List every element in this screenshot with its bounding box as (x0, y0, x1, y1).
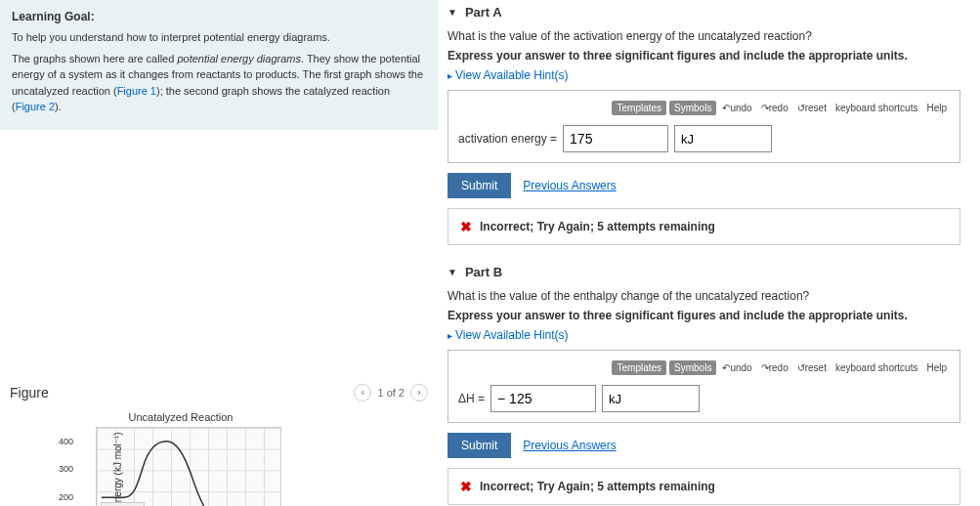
undo-button[interactable]: ↶undo (719, 360, 754, 375)
templates-button[interactable]: Templates (612, 101, 666, 115)
part-a-value-input[interactable] (563, 125, 668, 152)
learning-goal-line2: The graphs shown here are called potenti… (12, 51, 426, 115)
keyboard-shortcuts-button[interactable]: keyboard shortcuts (832, 101, 921, 115)
part-a-previous-answers-link[interactable]: Previous Answers (523, 179, 616, 192)
part-b-submit-button[interactable]: Submit (447, 433, 511, 458)
part-a-unit-input[interactable] (674, 125, 772, 152)
chart-plot: Potential energy (kJ mol⁻¹) 400 300 200 … (96, 427, 281, 507)
part-a-answer-box: Templates Symbols ↶undo ↷redo ↺reset key… (447, 90, 960, 163)
learning-goal-panel: Learning Goal: To help you understand ho… (0, 0, 438, 130)
figure-prev-button[interactable]: ‹ (354, 384, 371, 401)
part-a-toolbar: Templates Symbols ↶undo ↷redo ↺reset key… (458, 101, 950, 115)
figure-1-link[interactable]: Figure 1 (117, 85, 156, 97)
part-a-question: What is the value of the activation ener… (447, 29, 960, 43)
incorrect-icon: ✖ (460, 219, 472, 234)
figure-section: Figure ‹ 1 of 2 › Uncatalyzed Reaction P… (0, 384, 438, 507)
part-b-title: Part B (465, 265, 502, 279)
learning-goal-title: Learning Goal: (12, 10, 426, 23)
reset-button[interactable]: ↺reset (794, 360, 830, 375)
chart-title: Uncatalyzed Reaction (68, 411, 293, 423)
part-a-section: ▼ Part A What is the value of the activa… (447, 5, 960, 245)
reactants-label: reactants (101, 502, 145, 507)
part-a-submit-button[interactable]: Submit (447, 173, 511, 198)
part-a-feedback-text: Incorrect; Try Again; 5 attempts remaini… (480, 220, 715, 233)
figure-2-link[interactable]: Figure 2 (16, 101, 55, 112)
part-b-feedback: ✖ Incorrect; Try Again; 5 attempts remai… (447, 468, 960, 505)
help-button[interactable]: Help (923, 360, 950, 375)
part-b-input-label: ΔH = (458, 392, 485, 405)
undo-button[interactable]: ↶undo (719, 101, 754, 115)
keyboard-shortcuts-button[interactable]: keyboard shortcuts (832, 360, 921, 375)
templates-button[interactable]: Templates (612, 360, 666, 375)
reset-button[interactable]: ↺reset (794, 101, 830, 115)
part-b-answer-box: Templates Symbols ↶undo ↷redo ↺reset key… (447, 350, 960, 423)
part-a-hints-link[interactable]: View Available Hint(s) (447, 68, 960, 82)
part-a-feedback: ✖ Incorrect; Try Again; 5 attempts remai… (447, 208, 960, 245)
symbols-button[interactable]: Symbols (669, 360, 716, 375)
part-a-caret-icon[interactable]: ▼ (447, 7, 457, 18)
part-b-caret-icon[interactable]: ▼ (447, 267, 457, 277)
figure-page-indicator: 1 of 2 (377, 387, 405, 399)
part-b-toolbar: Templates Symbols ↶undo ↷redo ↺reset key… (458, 360, 950, 375)
part-a-input-label: activation energy = (458, 132, 557, 146)
symbols-button[interactable]: Symbols (669, 101, 716, 115)
redo-button[interactable]: ↷redo (758, 360, 791, 375)
part-b-hints-link[interactable]: View Available Hint(s) (447, 328, 960, 342)
part-b-question: What is the value of the enthalpy change… (447, 289, 960, 303)
help-button[interactable]: Help (923, 101, 950, 115)
part-b-previous-answers-link[interactable]: Previous Answers (523, 439, 616, 452)
figure-next-button[interactable]: › (410, 384, 428, 401)
figure-title: Figure (10, 385, 49, 401)
redo-button[interactable]: ↷redo (758, 101, 791, 115)
part-b-feedback-text: Incorrect; Try Again; 5 attempts remaini… (480, 480, 715, 493)
part-a-instruction: Express your answer to three significant… (447, 49, 960, 63)
part-b-instruction: Express your answer to three significant… (447, 309, 960, 322)
part-b-value-input[interactable] (490, 385, 596, 412)
part-b-section: ▼ Part B What is the value of the enthal… (447, 265, 960, 505)
part-b-unit-input[interactable] (602, 385, 700, 412)
incorrect-icon: ✖ (460, 479, 472, 494)
part-a-title: Part A (465, 5, 502, 20)
learning-goal-line1: To help you understand how to interpret … (12, 29, 426, 46)
